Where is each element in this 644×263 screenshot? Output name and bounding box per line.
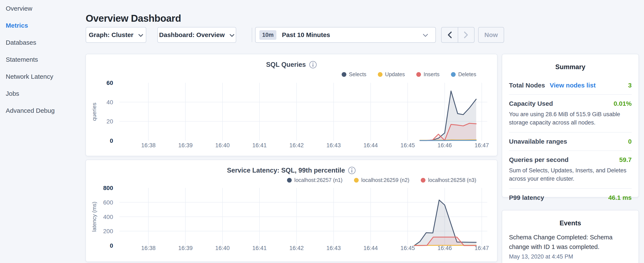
svg-text:16:41: 16:41 [252, 245, 267, 251]
summary-row-value: 3 [628, 82, 632, 89]
svg-text:queries: queries [91, 103, 98, 121]
sidebar-item-metrics[interactable]: Metrics [0, 17, 83, 34]
summary-row: Capacity Used0.01%You are using 28.6 MiB… [509, 95, 632, 133]
summary-row: Total NodesView nodes list3 [509, 76, 632, 95]
svg-text:16:38: 16:38 [141, 245, 156, 251]
time-next-button[interactable] [458, 28, 474, 42]
sidebar-item-jobs[interactable]: Jobs [0, 85, 83, 102]
chevron-down-icon [423, 34, 428, 37]
time-range-selector[interactable]: 10m Past 10 Minutes [255, 27, 436, 43]
controls-divider [252, 28, 252, 42]
now-button[interactable]: Now [478, 27, 504, 43]
time-range-label: Past 10 Minutes [282, 31, 423, 39]
sidebar-item-network-latency[interactable]: Network Latency [0, 68, 83, 85]
sql-queries-chart: 020406016:3816:3916:4016:4116:4216:4316:… [86, 54, 498, 157]
now-button-label: Now [484, 31, 498, 39]
summary-row: P99 latency46.1 ms [509, 189, 632, 207]
svg-text:800: 800 [103, 185, 113, 191]
dashboard-dropdown[interactable]: Dashboard: Overview [157, 27, 236, 43]
chevron-left-icon [447, 31, 452, 39]
graph-scope-label: Graph: Cluster [89, 31, 133, 39]
svg-text:16:42: 16:42 [289, 245, 304, 251]
view-nodes-list-link[interactable]: View nodes list [550, 82, 596, 89]
time-nav-arrows [441, 27, 474, 43]
svg-text:16:45: 16:45 [400, 245, 415, 251]
events-list: Schema Change Completed: Schema change w… [502, 227, 638, 260]
service-latency-chart-card: Service Latency: SQL, 99th percentile lo… [86, 160, 498, 262]
svg-text:16:47: 16:47 [474, 142, 489, 149]
svg-text:16:39: 16:39 [178, 245, 193, 251]
sidebar-item-overview[interactable]: Overview [0, 0, 83, 17]
svg-text:16:46: 16:46 [438, 142, 452, 149]
summary-row-value: 0.01% [614, 100, 632, 107]
svg-text:16:43: 16:43 [326, 245, 341, 251]
svg-text:16:41: 16:41 [252, 142, 267, 149]
summary-row-value: 0 [628, 138, 632, 145]
svg-text:16:47: 16:47 [474, 245, 489, 251]
summary-panel: Summary Total NodesView nodes list3Capac… [502, 54, 639, 197]
sidebar-item-statements[interactable]: Statements [0, 51, 83, 68]
svg-text:16:38: 16:38 [141, 142, 156, 149]
svg-text:400: 400 [103, 214, 113, 220]
chevron-down-icon [230, 34, 234, 37]
summary-row-label: P99 latency [509, 194, 544, 201]
svg-text:16:46: 16:46 [438, 245, 452, 251]
svg-text:16:45: 16:45 [400, 142, 415, 149]
svg-text:16:39: 16:39 [178, 142, 193, 149]
sidebar-item-databases[interactable]: Databases [0, 34, 83, 51]
summary-row: Queries per second59.7Sum of Selects, Up… [509, 151, 632, 189]
summary-row-value: 46.1 ms [608, 194, 632, 201]
summary-row-label: Capacity Used [509, 100, 553, 107]
sidebar-item-advanced-debug[interactable]: Advanced Debug [0, 102, 83, 119]
summary-rows: Total NodesView nodes list3Capacity Used… [502, 71, 638, 207]
svg-text:16:44: 16:44 [363, 142, 378, 149]
svg-text:0: 0 [110, 242, 113, 249]
event-timestamp: May 13, 2020 at 4:45 PM [509, 253, 632, 260]
summary-row-subtext: Sum of Selects, Updates, Inserts, and De… [509, 166, 632, 183]
sql-queries-chart-card: SQL Queries SelectsUpdatesInsertsDeletes… [86, 54, 498, 156]
events-title: Events [502, 210, 638, 227]
svg-text:0: 0 [110, 137, 113, 144]
summary-row-subtext: You are using 28.6 MiB of 515.9 GiB usab… [509, 110, 632, 127]
page-title: Overview Dashboard [86, 13, 181, 24]
svg-text:20: 20 [106, 118, 113, 125]
graph-scope-dropdown[interactable]: Graph: Cluster [86, 27, 146, 43]
dashboard-label: Dashboard: Overview [159, 31, 224, 39]
event-message: Schema Change Completed: Schema change w… [509, 232, 632, 252]
svg-text:16:42: 16:42 [289, 142, 304, 149]
summary-row-value: 59.7 [619, 156, 632, 163]
svg-text:40: 40 [106, 99, 113, 106]
time-range-badge: 10m [260, 30, 276, 40]
svg-text:16:44: 16:44 [363, 245, 378, 251]
summary-row-label: Unavailable ranges [509, 138, 567, 145]
svg-text:16:40: 16:40 [216, 142, 230, 149]
service-latency-chart: 020040060080016:3816:3916:4016:4116:4216… [86, 160, 498, 262]
chevron-down-icon [138, 34, 143, 37]
svg-text:16:43: 16:43 [326, 142, 341, 149]
svg-text:600: 600 [103, 199, 113, 206]
time-prev-button[interactable] [442, 28, 458, 42]
summary-row: Unavailable ranges0 [509, 133, 632, 151]
svg-text:latency (ms): latency (ms) [91, 202, 98, 232]
summary-row-label: Queries per second [509, 156, 568, 163]
svg-text:16:40: 16:40 [216, 245, 230, 251]
svg-text:60: 60 [106, 80, 113, 86]
events-panel: Events Schema Change Completed: Schema c… [502, 210, 639, 263]
chevron-right-icon [464, 31, 468, 39]
summary-title: Summary [502, 54, 638, 71]
summary-row-label: Total Nodes [509, 82, 545, 89]
svg-text:200: 200 [103, 228, 113, 234]
sidebar: OverviewMetricsDatabasesStatementsNetwor… [0, 0, 83, 263]
